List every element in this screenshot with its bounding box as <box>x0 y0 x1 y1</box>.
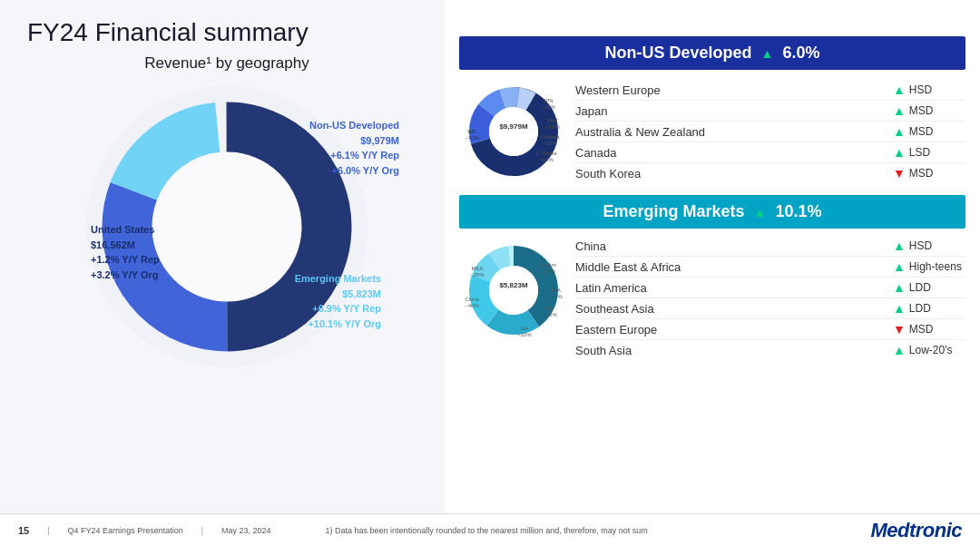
growth-canada: LSD <box>909 146 930 159</box>
region-eastern-europe: Eastern Europe <box>575 323 893 336</box>
region-latin-america: Latin America <box>575 281 893 295</box>
non-us-developed-header: Non-US Developed ▲ 6.0% <box>459 36 965 70</box>
arrow-down-icon: ▼ <box>893 166 906 180</box>
region-mea: Middle East & Africa <box>575 260 893 274</box>
region-anz: Australia & New Zealand <box>575 125 893 139</box>
donut-labels: United States $16,562M +1.2% Y/Y Rep +3.… <box>82 82 372 372</box>
indicator-south-asia: ▲ Low-20's <box>893 343 965 357</box>
arrow-up-icon: ▲ <box>893 145 906 160</box>
footer-footnote: 1) Data has been intentionally rounded t… <box>326 526 648 535</box>
arrow-up-icon: ▲ <box>893 124 906 139</box>
region-row-south-asia: South Asia ▲ Low-20's <box>575 340 965 360</box>
growth-mea: High-teens <box>909 260 962 273</box>
region-row-eastern-europe: Eastern Europe ▼ MSD <box>575 319 965 340</box>
em-mini-donut: $5,823M MEA ~20% LatAm ~20% SEA <10% EE … <box>459 236 568 345</box>
indicator-western-europe: ▲ HSD <box>893 83 965 97</box>
svg-text:ANZ: ANZ <box>547 118 558 123</box>
left-panel: FY24 Financial summary Revenue¹ by geogr… <box>0 0 445 546</box>
arrow-up-icon: ▲ <box>893 280 906 295</box>
arrow-up-icon: ▲ <box>893 103 906 118</box>
footer-presentation: Q4 FY24 Earnings Presentation <box>68 526 183 535</box>
svg-text:SA: SA <box>521 326 528 331</box>
svg-text:$9,979M: $9,979M <box>499 122 527 131</box>
indicator-anz: ▲ MSD <box>893 124 965 139</box>
page-number: 15 <box>18 525 29 536</box>
arrow-up-icon: ▲ <box>893 259 906 274</box>
svg-text:~20%: ~20% <box>541 268 555 274</box>
em-header-label: Emerging Markets <box>603 202 745 221</box>
svg-text:WE: WE <box>467 129 476 134</box>
indicator-mea: ▲ High-teens <box>893 259 965 274</box>
indicator-latin-america: ▲ LDD <box>893 280 965 295</box>
svg-text:Canada: Canada <box>540 134 560 140</box>
svg-text:<10%: <10% <box>548 294 563 299</box>
region-row-southeast-asia: Southeast Asia ▲ LDD <box>575 298 965 319</box>
svg-text:<10%: <10% <box>517 332 532 337</box>
growth-western-europe: HSD <box>909 83 932 96</box>
svg-text:<10%: <10% <box>543 312 557 317</box>
us-label: United States $16,562M +1.2% Y/Y Rep +3.… <box>91 222 160 282</box>
em-region-table: China ▲ HSD Middle East & Africa ▲ High-… <box>575 236 965 360</box>
svg-text:China: China <box>465 297 479 302</box>
arrow-up-icon: ▲ <box>893 301 906 316</box>
region-south-korea: South Korea <box>575 167 893 180</box>
em-arrow-icon: ▲ <box>754 205 767 219</box>
non-us-header-label: Non-US Developed <box>605 44 752 63</box>
indicator-southeast-asia: ▲ LDD <box>893 301 965 316</box>
non-us-region-table: Western Europe ▲ HSD Japan ▲ MSD Austral… <box>575 77 965 186</box>
region-row-japan: Japan ▲ MSD <box>575 101 965 122</box>
growth-china: HSD <box>909 239 932 252</box>
region-japan: Japan <box>575 104 893 118</box>
growth-latin-america: LDD <box>909 281 931 294</box>
region-row-south-korea: South Korea ▼ MSD <box>575 163 965 183</box>
region-row-mea: Middle East & Africa ▲ High-teens <box>575 257 965 278</box>
indicator-canada: ▲ LSD <box>893 145 965 160</box>
svg-text:<10%: <10% <box>543 141 557 146</box>
svg-text:MEA: MEA <box>471 266 483 271</box>
growth-eastern-europe: MSD <box>909 323 934 336</box>
svg-text:<10%: <10% <box>545 124 560 130</box>
svg-text:<10%: <10% <box>539 157 554 162</box>
region-row-china: China ▲ HSD <box>575 236 965 257</box>
footer-separator: | <box>47 526 49 535</box>
indicator-eastern-europe: ▼ MSD <box>893 322 965 336</box>
footer-date: May 23, 2024 <box>221 526 271 535</box>
region-southeast-asia: Southeast Asia <box>575 302 893 316</box>
svg-text:S. Korea: S. Korea <box>535 151 557 156</box>
footer: 15 | Q4 FY24 Earnings Presentation | May… <box>0 513 980 546</box>
non-us-developed-content: $9,979M WE ~70% JPN ~15% ANZ <10% Canada… <box>459 77 965 186</box>
svg-text:~70%: ~70% <box>465 135 479 141</box>
svg-point-10 <box>489 107 538 156</box>
indicator-japan: ▲ MSD <box>893 103 965 118</box>
main-donut-chart: United States $16,562M +1.2% Y/Y Rep +3.… <box>82 82 372 372</box>
region-western-europe: Western Europe <box>575 83 893 97</box>
indicator-china: ▲ HSD <box>893 239 965 253</box>
arrow-up-icon: ▲ <box>893 343 906 357</box>
svg-text:SEA: SEA <box>550 288 561 293</box>
region-row-latin-america: Latin America ▲ LDD <box>575 278 965 298</box>
arrow-down-icon: ▼ <box>893 322 906 336</box>
footer-separator2: | <box>201 526 203 535</box>
non-us-growth: 6.0% <box>782 44 819 63</box>
region-row-anz: Australia & New Zealand ▲ MSD <box>575 122 965 142</box>
growth-japan: MSD <box>909 104 934 117</box>
svg-text:~15%: ~15% <box>541 104 555 110</box>
arrow-up-icon: ▲ <box>893 83 906 97</box>
growth-south-korea: MSD <box>909 167 934 180</box>
svg-text:JPN: JPN <box>543 98 553 103</box>
emerging-markets-content: $5,823M MEA ~20% LatAm ~20% SEA <10% EE … <box>459 236 965 360</box>
emerging-markets-header: Emerging Markets ▲ 10.1% <box>459 195 965 229</box>
em-growth: 10.1% <box>775 202 821 221</box>
region-south-asia: South Asia <box>575 344 893 357</box>
region-china: China <box>575 239 893 253</box>
region-row-western-europe: Western Europe ▲ HSD <box>575 80 965 101</box>
indicator-south-korea: ▼ MSD <box>893 166 965 180</box>
non-us-arrow-icon: ▲ <box>761 46 774 61</box>
svg-text:LatAm: LatAm <box>540 262 555 268</box>
region-canada: Canada <box>575 146 893 160</box>
growth-southeast-asia: LDD <box>909 302 931 315</box>
svg-point-28 <box>489 266 538 315</box>
brand-logo: Medtronic <box>870 519 962 542</box>
growth-south-asia: Low-20's <box>909 344 953 356</box>
region-row-canada: Canada ▲ LSD <box>575 142 965 163</box>
